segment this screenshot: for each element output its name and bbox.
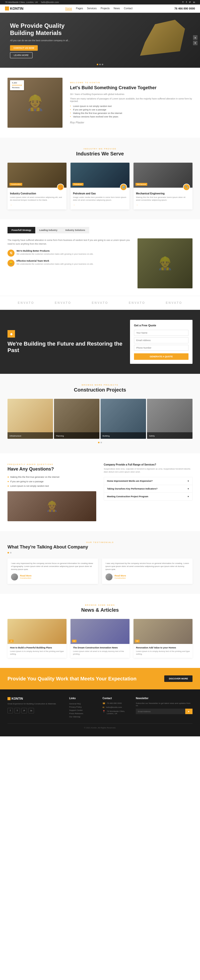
project-item-1[interactable]: Infrastructure — [8, 399, 53, 439]
welcome-label: WELCOME TO KONTIN — [70, 81, 192, 84]
faq-right: Company Provide a Full Range of Services… — [104, 463, 192, 521]
footer-link-3[interactable]: Support Center — [69, 709, 98, 712]
testimonial-dot-2[interactable] — [10, 552, 11, 554]
faq-question-2[interactable]: Taking Ourselves Key Performance Indicat… — [104, 485, 192, 493]
footer-pinterest-icon[interactable]: P — [21, 708, 27, 713]
strategy-text: The majority have suffered alteration in… — [8, 239, 133, 270]
industry-image-2: Petroleum ⚙️ — [70, 163, 130, 188]
project-item-2[interactable]: Planning — [54, 399, 99, 439]
strategy-description: The majority have suffered alteration in… — [8, 239, 133, 246]
faq-arrow-3: ▼ — [187, 495, 189, 498]
welcome-list-item-2: If you are going to use a passage — [70, 108, 192, 111]
location-icon: 📍 — [102, 710, 105, 714]
bottom-cta-title: Provide You Quality Work that Meets Your… — [8, 676, 136, 682]
footer-logo: KONTIN — [8, 697, 64, 700]
nav-links: Home Pages Services Projects News Contac… — [65, 7, 133, 10]
strategy-item-desc-2: We understands the customer construction… — [16, 262, 93, 266]
footer-copyright: © 2021 Kontin. All Rights Reserved. — [84, 727, 116, 729]
strategy-item-icon-1: 🏗 — [8, 250, 14, 257]
quote-phone-input[interactable] — [134, 345, 189, 351]
email-icon: ✉ — [102, 706, 104, 709]
footer-link-2[interactable]: Privacy Policy — [69, 705, 98, 709]
strategy-tab-1[interactable]: Powerfull Strategy — [8, 227, 35, 233]
project-label-3: Building — [102, 435, 109, 437]
project-label-4: Safety — [149, 435, 155, 437]
footer-link-5[interactable]: Our Sitemap — [69, 715, 98, 718]
facebook-icon[interactable]: f — [186, 1, 187, 3]
footer-facebook-icon[interactable]: f — [8, 708, 13, 713]
hero-next-button[interactable]: ▼ — [193, 41, 197, 45]
project-item-4[interactable]: Safety — [147, 399, 192, 439]
testimonial-dot-1[interactable] — [8, 552, 9, 554]
nav-projects[interactable]: Projects — [101, 7, 109, 10]
welcome-list-item-3: Making this the first true generator on … — [70, 111, 192, 115]
welcome-list: Lorem Ipsum is not simply random text If… — [70, 105, 192, 118]
hero-prev-button[interactable]: ▲ — [193, 35, 197, 40]
quote-email-input[interactable] — [134, 337, 189, 343]
project-overlay-1: Infrastructure — [8, 432, 53, 439]
author-avatar-2 — [106, 573, 112, 581]
newsletter-submit-button[interactable]: ► — [185, 709, 192, 714]
nav-services[interactable]: Services — [87, 7, 96, 10]
industry-name-2: Petroleum and Gas — [73, 192, 127, 195]
review-badge: 5,300 ★★★★★ Reviews — [10, 80, 24, 90]
hero-dot-1[interactable] — [97, 64, 98, 65]
footer-link-1[interactable]: General FAQ — [69, 702, 98, 705]
quote-submit-button[interactable]: GENERATE A QUOTE — [134, 353, 189, 360]
industry-desc-1: Lorem ipsum dolor sit amet consectetur a… — [10, 196, 64, 201]
project-dot-2[interactable] — [101, 442, 102, 443]
hero-dot-2[interactable] — [99, 64, 101, 65]
nav-phone: 76 466 890 0000 — [174, 7, 195, 10]
bottom-cta-button[interactable]: DISCOVER MORE — [164, 675, 192, 682]
phone-icon: ☎ — [102, 702, 105, 705]
industry-link-1[interactable]: → — [10, 204, 12, 206]
nav-contact[interactable]: Contact — [124, 7, 133, 10]
hero-dot-3[interactable] — [102, 64, 103, 65]
project-dot-1[interactable] — [98, 442, 99, 443]
faq-accordion: Home Improvement Works are Expensive? ▼ … — [104, 477, 192, 501]
newsletter-input[interactable] — [136, 709, 185, 714]
logo[interactable]: KONTIN — [5, 6, 24, 11]
strategy-tab-3[interactable]: Industry Solutions — [61, 227, 89, 233]
footer-newsletter-heading: Newsletter — [136, 697, 192, 700]
faq-image-icon: 👷 — [46, 501, 58, 512]
faq-question-text-3: Meeting Construction Project Program — [107, 495, 148, 498]
news-section: BROWSE SOME NEWS News & Articles 18 How … — [0, 594, 200, 668]
footer-contact-address: 📍 78 Worldwide Cities, London, UK — [102, 710, 131, 714]
faq-question-1[interactable]: Home Improvement Works are Expensive? ▼ — [104, 477, 192, 485]
footer-linkedin-icon[interactable]: in — [29, 708, 34, 713]
industry-link-3[interactable]: → — [136, 204, 138, 206]
hero-secondary-button[interactable]: LEARN MORE — [10, 52, 32, 58]
industry-link-2[interactable]: → — [73, 204, 75, 206]
quote-name-input[interactable] — [134, 330, 189, 336]
industry-desc-2: Image under media here possible in some … — [73, 196, 127, 201]
strategy-tabs: Powerfull Strategy Leading Industry Indu… — [8, 227, 192, 233]
industry-card-3: Mechanical 🔧 Mechanical Engineering Maki… — [133, 163, 192, 209]
industries-grid: Construction 🏗️ Industry Construction Lo… — [8, 163, 192, 209]
pinterest-icon[interactable]: P — [189, 1, 191, 3]
strategy-item-text-1: We're Building Better Products We unders… — [16, 250, 93, 256]
news-image-3: 30 — [133, 619, 192, 644]
linkedin-icon[interactable]: in — [193, 1, 195, 3]
faq-label: FREQUENTLY ASKED QUESTIONS — [8, 463, 96, 466]
industry-image-1: Construction 🏗️ — [8, 163, 67, 188]
nav-pages[interactable]: Pages — [76, 7, 83, 10]
twitter-icon[interactable]: T — [182, 1, 184, 3]
top-bar-email: hello@kontin.com — [41, 1, 59, 3]
nav-home[interactable]: Home — [65, 7, 72, 10]
project-label-2: Planning — [56, 435, 64, 437]
navbar: KONTIN Home Pages Services Projects News… — [0, 5, 200, 13]
nav-news[interactable]: News — [114, 7, 120, 10]
project-item-3[interactable]: Building — [101, 399, 146, 439]
author-read-more-1[interactable]: Read More — [20, 574, 32, 577]
author-read-more-2[interactable]: Read More — [115, 574, 126, 577]
footer-twitter-icon[interactable]: T — [14, 708, 20, 713]
footer-bottom: © 2021 Kontin. All Rights Reserved. — [8, 723, 192, 729]
footer-link-4[interactable]: Press Releases — [69, 712, 98, 715]
partner-4: ENVATO — [129, 301, 145, 305]
partner-5: ENVATO — [166, 301, 182, 305]
faq-question-3[interactable]: Meeting Construction Project Program ▼ — [104, 493, 192, 500]
strategy-item-2: 👷 Effective Industrial Team Work We unde… — [8, 259, 133, 267]
hero-primary-button[interactable]: CONTACT US NOW — [10, 45, 38, 51]
strategy-tab-2[interactable]: Leading Industry — [35, 227, 61, 233]
